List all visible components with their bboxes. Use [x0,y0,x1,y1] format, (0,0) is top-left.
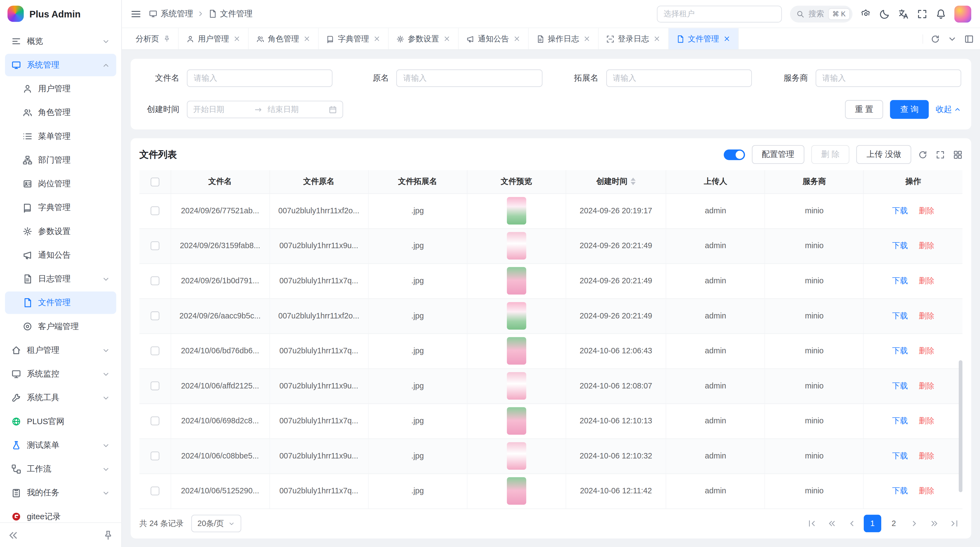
sidebar-item-posts[interactable]: 岗位管理 [5,173,116,195]
close-icon[interactable] [513,35,520,43]
file-preview-thumbnail[interactable] [507,302,526,330]
sidebar-item-clients[interactable]: 客户端管理 [5,315,116,338]
tab-analysis[interactable]: 分析页 [128,28,178,49]
bell-icon[interactable] [935,8,946,19]
row-checkbox[interactable] [151,312,159,321]
global-search-button[interactable]: 搜索 ⌘ K [790,5,853,22]
download-link[interactable]: 下载 [892,311,908,320]
tenant-select-input[interactable] [657,5,781,22]
close-icon[interactable] [303,35,310,43]
translate-icon[interactable] [898,8,909,19]
tab-op-logs[interactable]: 操作日志 [528,28,598,49]
download-link[interactable]: 下载 [892,416,908,425]
row-checkbox[interactable] [151,206,159,215]
expand-icon[interactable] [935,150,945,159]
close-icon[interactable] [233,35,240,43]
page-last-icon[interactable] [946,515,963,532]
sidebar-item-files[interactable]: 文件管理 [5,292,116,314]
sidebar-item-workflow[interactable]: 工作流 [5,458,116,480]
tab-dicts[interactable]: 字典管理 [318,28,388,49]
delete-link[interactable]: 删除 [919,276,934,285]
row-checkbox[interactable] [151,242,159,250]
upload-button[interactable]: 上传 没做 [856,145,911,164]
chevron-right-icon[interactable] [906,515,923,532]
row-checkbox[interactable] [151,347,159,356]
download-link[interactable]: 下载 [892,276,908,285]
sort-control[interactable] [631,178,636,185]
download-link[interactable]: 下载 [892,206,908,215]
close-icon[interactable] [723,35,730,43]
row-checkbox[interactable] [151,487,159,496]
breadcrumb-item-system[interactable]: 系统管理 [149,8,193,19]
grid-icon[interactable] [953,150,962,159]
created-time-range-input[interactable]: 开始日期 结束日期 [187,101,343,118]
refresh-icon[interactable] [931,34,940,43]
pin-icon[interactable] [163,35,170,43]
page-button-2[interactable]: 2 [885,515,902,532]
chevron-left-icon[interactable] [844,515,860,532]
sidebar-item-tenants[interactable]: 租户管理 [5,339,116,362]
close-icon[interactable] [583,35,590,43]
page-button-1[interactable]: 1 [864,515,881,532]
tab-files[interactable]: 文件管理 [668,28,738,49]
select-all-checkbox[interactable] [151,177,159,186]
moon-icon[interactable] [879,8,890,19]
tab-notices[interactable]: 通知公告 [458,28,528,49]
refresh-icon[interactable] [918,150,928,159]
delete-link[interactable]: 删除 [919,346,934,355]
table-vertical-scrollbar[interactable] [959,360,963,492]
sidebar-collapse-icon[interactable] [8,529,19,541]
delete-link[interactable]: 删除 [919,451,934,460]
collapse-filter-link[interactable]: 收起 [935,104,961,115]
file-preview-thumbnail[interactable] [507,337,526,365]
close-icon[interactable] [443,35,450,43]
download-link[interactable]: 下载 [892,346,908,355]
file-preview-thumbnail[interactable] [507,267,526,295]
tab-roles[interactable]: 角色管理 [248,28,318,49]
delete-button[interactable]: 删 除 [811,145,850,164]
reset-button[interactable]: 重 置 [845,100,883,119]
delete-link[interactable]: 删除 [919,241,934,250]
search-button[interactable]: 查 询 [890,100,929,119]
sidebar-item-dicts[interactable]: 字典管理 [5,196,116,219]
download-link[interactable]: 下载 [892,381,908,390]
file-preview-thumbnail[interactable] [507,442,526,470]
delete-link[interactable]: 删除 [919,486,934,495]
row-checkbox[interactable] [151,382,159,391]
sidebar-item-users[interactable]: 用户管理 [5,78,116,100]
sidebar-item-my-tasks[interactable]: 我的任务 [5,482,116,504]
sidebar-item-menus[interactable]: 菜单管理 [5,125,116,148]
sidebar-item-monitor[interactable]: 系统监控 [5,363,116,386]
filter-input-extension[interactable] [606,69,752,87]
sidebar-item-plus-site[interactable]: PLUS官网 [5,410,116,433]
file-preview-thumbnail[interactable] [507,372,526,400]
sidebar-pin-icon[interactable] [103,529,114,541]
sidebar-item-params[interactable]: 参数设置 [5,220,116,243]
fullscreen-icon[interactable] [917,8,928,19]
row-checkbox[interactable] [151,277,159,285]
download-link[interactable]: 下载 [892,451,908,460]
filter-input-original-name[interactable] [396,69,542,87]
delete-link[interactable]: 删除 [919,416,934,425]
page-size-select[interactable]: 20条/页 [191,515,242,532]
sidebar-item-logs[interactable]: 日志管理 [5,268,116,290]
tab-params[interactable]: 参数设置 [388,28,458,49]
sidebar-item-departments[interactable]: 部门管理 [5,149,116,171]
double-chevron-left-icon[interactable] [824,515,840,532]
file-preview-thumbnail[interactable] [507,477,526,505]
sidebar-item-tools[interactable]: 系统工具 [5,386,116,409]
sidebar-item-notices[interactable]: 通知公告 [5,244,116,266]
hamburger-icon[interactable] [130,8,141,19]
filter-input-provider[interactable] [816,69,961,87]
download-link[interactable]: 下载 [892,486,908,495]
delete-link[interactable]: 删除 [919,311,934,320]
delete-link[interactable]: 删除 [919,206,934,215]
user-avatar[interactable] [955,5,971,22]
sidebar-item-system[interactable]: 系统管理 [5,54,116,76]
sidebar-item-overview[interactable]: 概览 [5,30,116,53]
config-toggle[interactable] [724,149,745,160]
download-link[interactable]: 下载 [892,241,908,250]
breadcrumb-item-files[interactable]: 文件管理 [208,8,253,19]
delete-link[interactable]: 删除 [919,381,934,390]
tab-users[interactable]: 用户管理 [178,28,248,49]
